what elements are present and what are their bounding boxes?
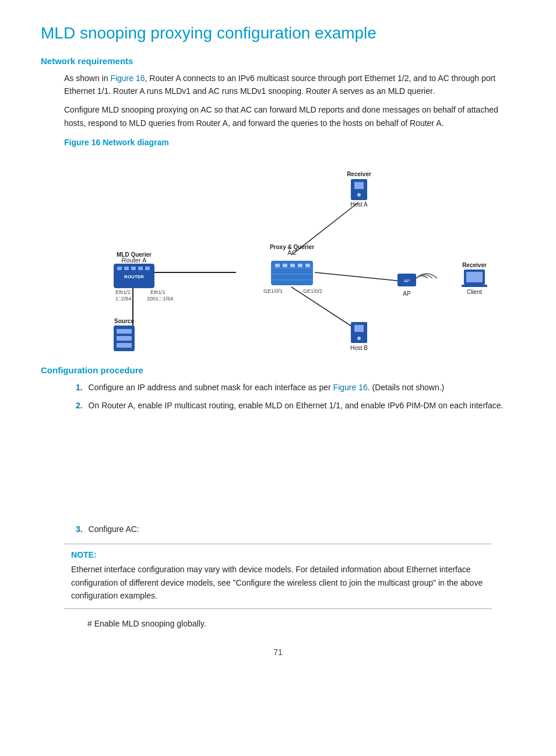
config-step-3: 3. Configure AC: bbox=[76, 523, 515, 536]
receiver-label-1: Receiver bbox=[347, 171, 371, 177]
svg-rect-7 bbox=[124, 267, 129, 270]
svg-rect-10 bbox=[145, 267, 150, 270]
svg-point-20 bbox=[357, 193, 361, 197]
note-text: Ethernet interface configuration may var… bbox=[71, 563, 485, 602]
svg-rect-19 bbox=[354, 182, 364, 189]
figure16-link-1[interactable]: Figure 16 bbox=[110, 74, 145, 83]
svg-text:AP: AP bbox=[404, 278, 410, 284]
svg-rect-14 bbox=[275, 264, 280, 267]
step3-num: 3. bbox=[76, 524, 83, 534]
network-requirements-para2: Configure MLD snooping proxying on AC so… bbox=[64, 103, 515, 130]
figure16-link-2[interactable]: Figure 16 bbox=[333, 383, 368, 392]
addr1-label: 1::2/64 bbox=[115, 296, 132, 302]
svg-rect-15 bbox=[283, 264, 287, 267]
note-box: NOTE: Ethernet interface configuration m… bbox=[64, 544, 492, 608]
receiver-label-2: Receiver bbox=[462, 262, 487, 268]
host-a-label: Host A bbox=[350, 201, 368, 208]
ap-label: AP bbox=[403, 290, 411, 297]
step1-num: 1. bbox=[76, 383, 83, 392]
client-label: Client bbox=[467, 289, 482, 295]
svg-point-28 bbox=[357, 337, 361, 340]
svg-rect-26 bbox=[117, 343, 132, 348]
svg-rect-8 bbox=[131, 267, 136, 270]
config-steps-list: 1. Configure an IP address and subnet ma… bbox=[76, 381, 515, 412]
svg-line-3 bbox=[315, 272, 402, 281]
config-step-2: 2. On Router A, enable IP multicast rout… bbox=[76, 399, 515, 412]
svg-rect-23 bbox=[462, 285, 487, 287]
figure-caption: Figure 16 Network diagram bbox=[64, 138, 515, 147]
ge101-label: GE1/0/1 bbox=[263, 288, 283, 294]
addr2-label: 2001:::1/64 bbox=[147, 296, 173, 302]
diagram-svg: ROUTER Router A MLD Querier Eth1/2 1::2/… bbox=[64, 153, 519, 351]
svg-rect-9 bbox=[138, 267, 143, 270]
network-requirements-heading: Network requirements bbox=[41, 56, 515, 66]
config-step-1: 1. Configure an IP address and subnet ma… bbox=[76, 381, 515, 394]
note-label: NOTE: bbox=[71, 550, 485, 559]
step2-num: 2. bbox=[76, 401, 83, 410]
configuration-procedure-section: Configuration procedure 1. Configure an … bbox=[41, 365, 515, 412]
host-b-label: Host B bbox=[350, 345, 368, 351]
svg-rect-18 bbox=[305, 264, 310, 267]
ge102-label: GE1/0/2 bbox=[303, 288, 322, 294]
svg-line-4 bbox=[291, 287, 358, 331]
configuration-procedure-heading: Configuration procedure bbox=[41, 365, 515, 375]
svg-text:ROUTER: ROUTER bbox=[124, 274, 144, 279]
eth12-label: Eth1/2 bbox=[115, 289, 131, 295]
svg-rect-6 bbox=[117, 267, 122, 270]
svg-rect-22 bbox=[466, 272, 483, 282]
svg-rect-25 bbox=[117, 336, 132, 341]
sub-item: # Enable MLD snooping globally. bbox=[87, 617, 515, 630]
eth11-label: Eth1/1 bbox=[150, 289, 166, 295]
network-requirements-para1: As shown in Figure 16, Router A connects… bbox=[64, 72, 515, 98]
svg-rect-16 bbox=[290, 264, 295, 267]
page-number: 71 bbox=[41, 648, 515, 657]
network-diagram: ROUTER Router A MLD Querier Eth1/2 1::2/… bbox=[64, 153, 519, 351]
source-label: Source bbox=[114, 318, 134, 324]
svg-rect-17 bbox=[298, 264, 302, 267]
svg-rect-27 bbox=[354, 325, 364, 332]
page-title: MLD snooping proxying configuration exam… bbox=[41, 23, 515, 43]
mld-querier-label: MLD Querier bbox=[117, 251, 152, 258]
svg-rect-24 bbox=[117, 329, 132, 334]
proxy-querier-label: Proxy & Querier bbox=[270, 244, 314, 250]
